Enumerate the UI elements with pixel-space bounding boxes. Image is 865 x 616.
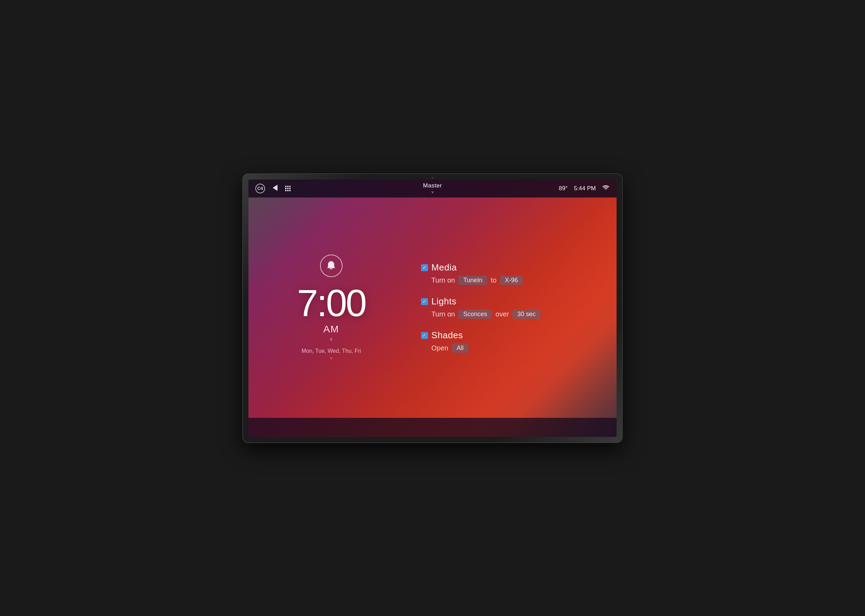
media-badge2[interactable]: X-96 (500, 276, 523, 285)
clock-ampm[interactable]: AM (323, 324, 339, 335)
lights-prefix: Turn on (431, 310, 455, 318)
media-checkbox[interactable]: ✓ (421, 264, 428, 271)
media-badge1[interactable]: TuneIn (458, 276, 487, 285)
shades-badge1[interactable]: All (452, 343, 469, 353)
wifi-icon (602, 185, 610, 192)
media-detail-row: Turn on TuneIn to X-96 (421, 276, 603, 285)
shades-prefix: Open (431, 344, 448, 352)
clock-days[interactable]: Mon, Tue, Wed, Thu, Fri (301, 348, 361, 354)
nav-right: 89° 5:44 PM (492, 185, 610, 192)
device-frame: C4 (242, 173, 623, 443)
ampm-chevron-icon[interactable]: ∨ (329, 336, 333, 342)
grid-dot (285, 190, 286, 191)
media-title: Media (431, 262, 457, 273)
nav-bar: C4 (248, 179, 617, 198)
main-content: 7:00 AM ∨ Mon, Tue, Wed, Thu, Fri ∨ ✓ Me… (248, 198, 617, 418)
lights-title-row: ✓ Lights (421, 296, 603, 307)
shades-title: Shades (431, 330, 463, 341)
temperature-display: 89° (559, 185, 568, 192)
grid-dot (285, 186, 286, 187)
grid-dot (285, 188, 286, 189)
nav-dropdown-icon[interactable]: ∨ (431, 190, 434, 194)
back-button[interactable] (273, 185, 277, 192)
days-chevron-icon[interactable]: ∨ (330, 355, 333, 360)
check-icon: ✓ (423, 299, 426, 304)
media-prefix: Turn on (431, 277, 455, 284)
screen: C4 (248, 179, 617, 437)
bell-button[interactable] (320, 255, 343, 277)
menu-icon[interactable] (285, 186, 291, 191)
clock-time[interactable]: 7:00 (297, 284, 365, 322)
lights-middle: over (495, 310, 509, 318)
actions-panel: ✓ Media Turn on TuneIn to X-96 (414, 262, 617, 353)
lights-checkbox[interactable]: ✓ (421, 298, 428, 305)
lights-badge2[interactable]: 30 sec (513, 310, 541, 319)
media-action: ✓ Media Turn on TuneIn to X-96 (421, 262, 603, 285)
grid-dot (289, 186, 291, 187)
shades-detail-row: Open All (421, 343, 603, 353)
grid-dot (289, 190, 291, 191)
check-icon: ✓ (423, 333, 426, 338)
media-title-row: ✓ Media (421, 262, 603, 273)
lights-action: ✓ Lights Turn on Sconces over 30 sec (421, 296, 603, 319)
media-middle: to (491, 277, 497, 284)
shades-title-row: ✓ Shades (421, 330, 603, 341)
lights-title: Lights (431, 296, 456, 307)
grid-dot (289, 188, 291, 189)
clock-panel: 7:00 AM ∨ Mon, Tue, Wed, Thu, Fri ∨ (248, 255, 414, 360)
lights-detail-row: Turn on Sconces over 30 sec (421, 310, 603, 319)
bottom-bar (248, 418, 617, 437)
shades-checkbox[interactable]: ✓ (421, 332, 428, 339)
check-icon: ✓ (423, 265, 426, 270)
bell-icon (326, 261, 336, 271)
nav-center: Master ∨ (373, 182, 491, 194)
nav-title: Master (423, 182, 442, 189)
back-icon (273, 185, 277, 191)
c4-logo-icon[interactable]: C4 (255, 184, 265, 193)
grid-dot (287, 190, 289, 191)
nav-left: C4 (255, 184, 373, 193)
time-display: 5:44 PM (574, 185, 596, 192)
shades-action: ✓ Shades Open All (421, 330, 603, 353)
grid-dot (287, 188, 289, 189)
grid-dot (287, 186, 289, 187)
lights-badge1[interactable]: Sconces (458, 310, 492, 319)
